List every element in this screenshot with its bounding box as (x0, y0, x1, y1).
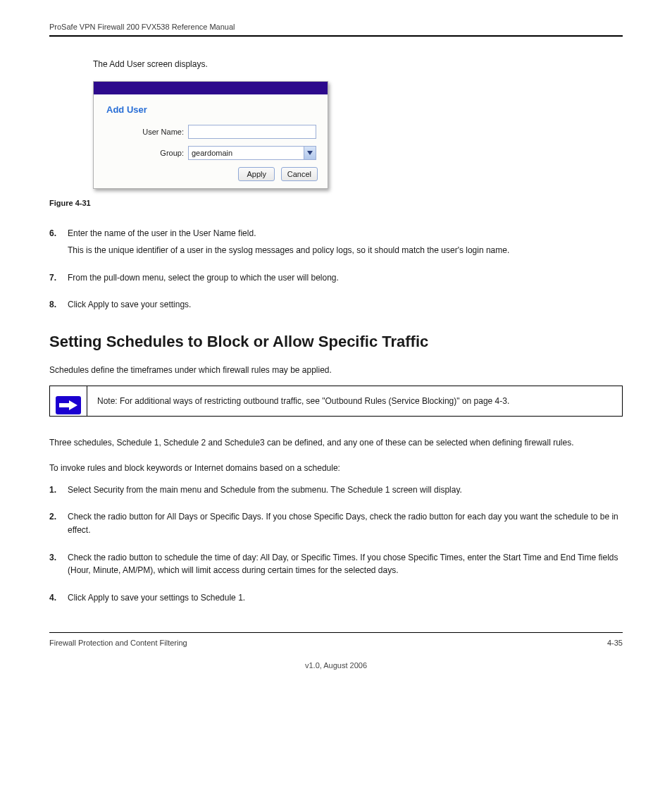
procedure-list: 1. Select Security from the main menu an… (49, 483, 623, 605)
chevron-down-icon[interactable] (304, 147, 316, 159)
note-text: Note: For additional ways of restricting… (87, 386, 519, 416)
procedure-item: 4. Click Apply to save your settings to … (49, 591, 623, 605)
footer-version-row: v1.0, August 2006 (49, 661, 623, 684)
procedure-item: 3. Check the radio button to schedule th… (49, 551, 623, 577)
step-number: 6. (49, 227, 68, 257)
step-number: 3. (49, 551, 68, 577)
footer-rule (49, 632, 623, 633)
step-number: 4. (49, 591, 68, 605)
note-icon-cell (50, 386, 87, 416)
page-footer: Firewall Protection and Content Filterin… (49, 639, 623, 661)
step-text: Check the radio button for All Days or S… (68, 510, 623, 536)
page-header: ProSafe VPN Firewall 200 FVX538 Referenc… (49, 23, 623, 35)
footer-version: v1.0, August 2006 (305, 661, 367, 670)
step-number: 7. (49, 271, 68, 285)
step-item: 6. Enter the name of the user in the Use… (49, 227, 623, 257)
footer-left: Firewall Protection and Content Filterin… (49, 639, 187, 647)
username-input[interactable] (188, 125, 316, 139)
step-number: 2. (49, 510, 68, 536)
dialog-buttons: Apply Cancel (104, 167, 318, 181)
group-select-value: geardomain (189, 149, 304, 157)
steps-list: 6. Enter the name of the user in the Use… (49, 227, 623, 312)
dialog-titlebar (94, 82, 328, 94)
procedure-item: 1. Select Security from the main menu an… (49, 483, 623, 497)
intro-text: The Add User screen displays. (93, 58, 623, 71)
step-item: 7. From the pull-down menu, select the g… (49, 271, 623, 285)
dialog-heading: Add User (106, 104, 318, 115)
arrow-right-icon (56, 396, 81, 414)
step-text: Check the radio button to schedule the t… (68, 551, 623, 577)
group-label: Group: (104, 149, 188, 157)
apply-button[interactable]: Apply (238, 167, 275, 181)
group-row: Group: geardomain (104, 146, 318, 160)
body-paragraph: Three schedules, Schedule 1, Schedule 2 … (49, 436, 623, 450)
step-text: From the pull-down menu, select the grou… (68, 271, 339, 285)
section-heading: Setting Schedules to Block or Allow Spec… (49, 333, 623, 351)
username-row: User Name: (104, 125, 318, 139)
step-number: 1. (49, 483, 68, 497)
figure-caption: Figure 4-31 (49, 199, 623, 207)
procedure-intro: To invoke rules and block keywords or In… (49, 462, 623, 475)
step-text: This is the unique identifier of a user … (68, 244, 509, 257)
username-label: User Name: (104, 128, 188, 136)
note-box: Note: For additional ways of restricting… (49, 386, 623, 417)
step-text: Enter the name of the user in the User N… (68, 227, 509, 240)
footer-right: 4-35 (607, 639, 623, 647)
step-number: 8. (49, 298, 68, 312)
header-left: ProSafe VPN Firewall 200 FVX538 Referenc… (49, 23, 235, 31)
group-select[interactable]: geardomain (188, 146, 316, 160)
procedure-item: 2. Check the radio button for All Days o… (49, 510, 623, 536)
step-text: Click Apply to save your settings. (68, 298, 191, 312)
header-rule (49, 35, 623, 37)
add-user-dialog: Add User User Name: Group: geardomain Ap… (93, 81, 328, 189)
step-text: Click Apply to save your settings to Sch… (68, 591, 245, 605)
step-text: Select Security from the main menu and S… (68, 483, 462, 497)
section-intro: Schedules define the timeframes under wh… (49, 364, 623, 377)
step-item: 8. Click Apply to save your settings. (49, 298, 623, 312)
cancel-button[interactable]: Cancel (281, 167, 318, 181)
